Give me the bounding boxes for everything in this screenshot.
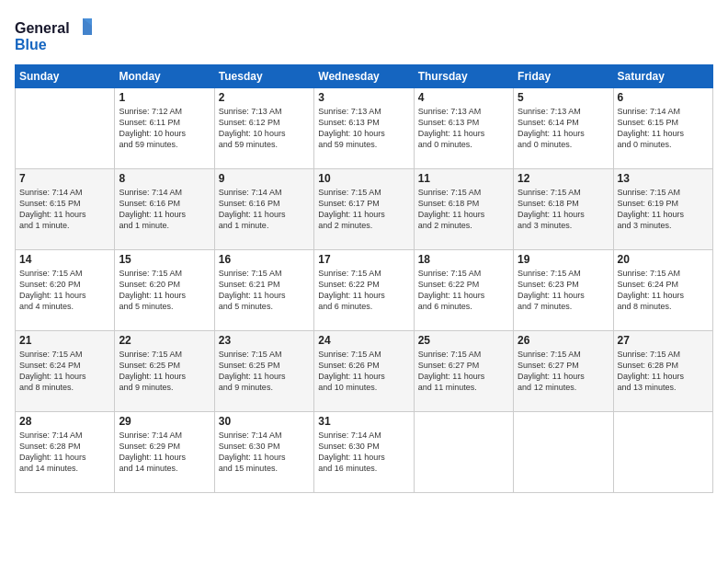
week-row: 7Sunrise: 7:14 AM Sunset: 6:15 PM Daylig… <box>16 169 713 250</box>
day-info: Sunrise: 7:14 AM Sunset: 6:16 PM Dayligh… <box>219 187 310 232</box>
day-number: 26 <box>518 334 609 347</box>
day-info: Sunrise: 7:15 AM Sunset: 6:22 PM Dayligh… <box>318 268 409 313</box>
calendar-cell: 1Sunrise: 7:12 AM Sunset: 6:11 PM Daylig… <box>115 88 214 169</box>
calendar-cell: 9Sunrise: 7:14 AM Sunset: 6:16 PM Daylig… <box>214 169 313 250</box>
day-number: 28 <box>19 415 110 428</box>
day-info: Sunrise: 7:15 AM Sunset: 6:18 PM Dayligh… <box>518 187 609 232</box>
day-number: 14 <box>19 253 110 266</box>
col-header-friday: Friday <box>514 65 613 88</box>
calendar-cell: 3Sunrise: 7:13 AM Sunset: 6:13 PM Daylig… <box>314 88 414 169</box>
day-number: 23 <box>219 334 310 347</box>
calendar-cell: 17Sunrise: 7:15 AM Sunset: 6:22 PM Dayli… <box>314 250 414 331</box>
col-header-tuesday: Tuesday <box>214 65 313 88</box>
week-row: 1Sunrise: 7:12 AM Sunset: 6:11 PM Daylig… <box>16 88 713 169</box>
col-header-monday: Monday <box>115 65 214 88</box>
day-info: Sunrise: 7:15 AM Sunset: 6:25 PM Dayligh… <box>119 349 210 394</box>
calendar-table: SundayMondayTuesdayWednesdayThursdayFrid… <box>15 64 713 493</box>
day-info: Sunrise: 7:14 AM Sunset: 6:30 PM Dayligh… <box>219 430 310 475</box>
col-header-thursday: Thursday <box>414 65 513 88</box>
day-number: 18 <box>418 253 509 266</box>
calendar-cell: 16Sunrise: 7:15 AM Sunset: 6:21 PM Dayli… <box>214 250 313 331</box>
day-number: 8 <box>119 172 210 185</box>
col-header-wednesday: Wednesday <box>314 65 414 88</box>
day-info: Sunrise: 7:12 AM Sunset: 6:11 PM Dayligh… <box>119 106 210 151</box>
day-number: 22 <box>119 334 210 347</box>
day-info: Sunrise: 7:14 AM Sunset: 6:28 PM Dayligh… <box>19 430 110 475</box>
day-info: Sunrise: 7:15 AM Sunset: 6:20 PM Dayligh… <box>19 268 110 313</box>
week-row: 14Sunrise: 7:15 AM Sunset: 6:20 PM Dayli… <box>16 250 713 331</box>
day-info: Sunrise: 7:15 AM Sunset: 6:28 PM Dayligh… <box>618 349 709 394</box>
calendar-cell: 31Sunrise: 7:14 AM Sunset: 6:30 PM Dayli… <box>314 412 414 493</box>
day-info: Sunrise: 7:14 AM Sunset: 6:29 PM Dayligh… <box>119 430 210 475</box>
day-info: Sunrise: 7:15 AM Sunset: 6:26 PM Dayligh… <box>318 349 409 394</box>
day-info: Sunrise: 7:15 AM Sunset: 6:27 PM Dayligh… <box>518 349 609 394</box>
calendar-cell <box>514 412 613 493</box>
calendar-cell: 8Sunrise: 7:14 AM Sunset: 6:16 PM Daylig… <box>115 169 214 250</box>
day-number: 29 <box>119 415 210 428</box>
calendar-cell: 22Sunrise: 7:15 AM Sunset: 6:25 PM Dayli… <box>115 331 214 412</box>
day-info: Sunrise: 7:15 AM Sunset: 6:27 PM Dayligh… <box>418 349 509 394</box>
header-row: SundayMondayTuesdayWednesdayThursdayFrid… <box>16 65 713 88</box>
day-info: Sunrise: 7:15 AM Sunset: 6:24 PM Dayligh… <box>618 268 709 313</box>
day-number: 11 <box>418 172 509 185</box>
calendar-cell: 18Sunrise: 7:15 AM Sunset: 6:22 PM Dayli… <box>414 250 513 331</box>
day-number: 13 <box>618 172 709 185</box>
day-number: 2 <box>219 91 310 104</box>
header: General Blue <box>15 15 713 55</box>
calendar-cell: 20Sunrise: 7:15 AM Sunset: 6:24 PM Dayli… <box>613 250 712 331</box>
calendar-cell: 7Sunrise: 7:14 AM Sunset: 6:15 PM Daylig… <box>16 169 115 250</box>
day-number: 31 <box>318 415 409 428</box>
day-number: 19 <box>518 253 609 266</box>
day-info: Sunrise: 7:14 AM Sunset: 6:15 PM Dayligh… <box>19 187 110 232</box>
logo: General Blue <box>15 15 97 55</box>
calendar-cell: 28Sunrise: 7:14 AM Sunset: 6:28 PM Dayli… <box>16 412 115 493</box>
day-number: 1 <box>119 91 210 104</box>
day-info: Sunrise: 7:14 AM Sunset: 6:15 PM Dayligh… <box>618 106 709 151</box>
day-info: Sunrise: 7:15 AM Sunset: 6:18 PM Dayligh… <box>418 187 509 232</box>
day-number: 6 <box>618 91 709 104</box>
calendar-container: General Blue SundayMondayTuesdayWednesda… <box>0 0 728 563</box>
day-number: 20 <box>618 253 709 266</box>
day-number: 10 <box>318 172 409 185</box>
col-header-saturday: Saturday <box>613 65 712 88</box>
logo-svg: General Blue <box>15 15 97 55</box>
calendar-cell: 14Sunrise: 7:15 AM Sunset: 6:20 PM Dayli… <box>16 250 115 331</box>
day-number: 12 <box>518 172 609 185</box>
calendar-cell: 26Sunrise: 7:15 AM Sunset: 6:27 PM Dayli… <box>514 331 613 412</box>
calendar-cell: 5Sunrise: 7:13 AM Sunset: 6:14 PM Daylig… <box>514 88 613 169</box>
day-number: 21 <box>19 334 110 347</box>
week-row: 21Sunrise: 7:15 AM Sunset: 6:24 PM Dayli… <box>16 331 713 412</box>
day-info: Sunrise: 7:15 AM Sunset: 6:23 PM Dayligh… <box>518 268 609 313</box>
calendar-cell: 13Sunrise: 7:15 AM Sunset: 6:19 PM Dayli… <box>613 169 712 250</box>
svg-text:General: General <box>15 20 70 36</box>
calendar-cell <box>414 412 513 493</box>
calendar-cell: 2Sunrise: 7:13 AM Sunset: 6:12 PM Daylig… <box>214 88 313 169</box>
calendar-cell: 21Sunrise: 7:15 AM Sunset: 6:24 PM Dayli… <box>16 331 115 412</box>
calendar-cell <box>613 412 712 493</box>
calendar-cell: 11Sunrise: 7:15 AM Sunset: 6:18 PM Dayli… <box>414 169 513 250</box>
day-info: Sunrise: 7:15 AM Sunset: 6:17 PM Dayligh… <box>318 187 409 232</box>
calendar-cell: 6Sunrise: 7:14 AM Sunset: 6:15 PM Daylig… <box>613 88 712 169</box>
week-row: 28Sunrise: 7:14 AM Sunset: 6:28 PM Dayli… <box>16 412 713 493</box>
calendar-cell: 24Sunrise: 7:15 AM Sunset: 6:26 PM Dayli… <box>314 331 414 412</box>
day-number: 30 <box>219 415 310 428</box>
day-number: 17 <box>318 253 409 266</box>
calendar-cell: 30Sunrise: 7:14 AM Sunset: 6:30 PM Dayli… <box>214 412 313 493</box>
calendar-cell <box>16 88 115 169</box>
day-number: 15 <box>119 253 210 266</box>
day-info: Sunrise: 7:15 AM Sunset: 6:24 PM Dayligh… <box>19 349 110 394</box>
calendar-cell: 4Sunrise: 7:13 AM Sunset: 6:13 PM Daylig… <box>414 88 513 169</box>
day-info: Sunrise: 7:14 AM Sunset: 6:30 PM Dayligh… <box>318 430 409 475</box>
day-number: 16 <box>219 253 310 266</box>
day-number: 25 <box>418 334 509 347</box>
day-info: Sunrise: 7:14 AM Sunset: 6:16 PM Dayligh… <box>119 187 210 232</box>
calendar-cell: 15Sunrise: 7:15 AM Sunset: 6:20 PM Dayli… <box>115 250 214 331</box>
day-info: Sunrise: 7:13 AM Sunset: 6:14 PM Dayligh… <box>518 106 609 151</box>
calendar-cell: 12Sunrise: 7:15 AM Sunset: 6:18 PM Dayli… <box>514 169 613 250</box>
calendar-cell: 29Sunrise: 7:14 AM Sunset: 6:29 PM Dayli… <box>115 412 214 493</box>
day-info: Sunrise: 7:15 AM Sunset: 6:25 PM Dayligh… <box>219 349 310 394</box>
day-info: Sunrise: 7:13 AM Sunset: 6:12 PM Dayligh… <box>219 106 310 151</box>
day-number: 27 <box>618 334 709 347</box>
day-info: Sunrise: 7:13 AM Sunset: 6:13 PM Dayligh… <box>418 106 509 151</box>
calendar-cell: 10Sunrise: 7:15 AM Sunset: 6:17 PM Dayli… <box>314 169 414 250</box>
